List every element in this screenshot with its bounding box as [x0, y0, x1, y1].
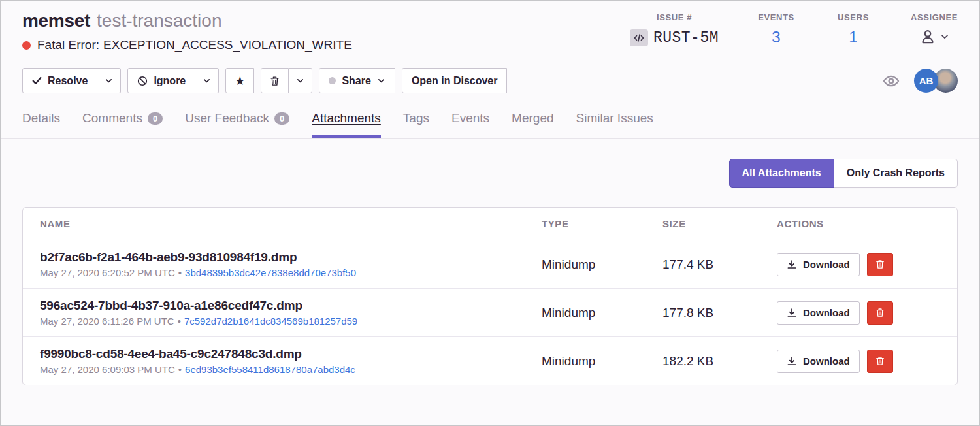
assignee-dropdown[interactable]	[919, 28, 949, 45]
delete-dropdown-button[interactable]	[289, 68, 312, 93]
event-id-link[interactable]: 6ed93b3ef558411d8618780a7abd3d4c	[185, 364, 355, 375]
attachment-file-name: 596ac524-7bbd-4b37-910a-a1e86cedf47c.dmp	[40, 299, 542, 313]
users-count[interactable]: 1	[834, 28, 873, 46]
ignore-button[interactable]: Ignore	[127, 68, 195, 93]
delete-attachment-button[interactable]	[867, 253, 893, 276]
ignore-label: Ignore	[154, 75, 186, 87]
resolve-label: Resolve	[48, 75, 88, 87]
trash-icon	[875, 308, 885, 318]
attachments-table: NAME TYPE SIZE ACTIONS b2f7ac6b-f2a1-464…	[22, 207, 958, 385]
share-button[interactable]: Share	[319, 68, 395, 93]
action-toolbar: Resolve Ignore	[22, 68, 958, 93]
attachment-file-name: b2f7ac6b-f2a1-464b-aeb9-93d810984f19.dmp	[40, 250, 542, 265]
attachments-filter-toggle: All Attachments Only Crash Reports	[729, 159, 958, 188]
star-icon: ★	[235, 75, 245, 87]
download-button[interactable]: Download	[777, 350, 860, 373]
issue-short-id-text: RUST-5M	[653, 29, 719, 46]
seen-by: AB	[883, 69, 958, 93]
tab-events[interactable]: Events	[451, 111, 489, 138]
share-dot	[329, 77, 336, 84]
delete-button-group	[261, 68, 312, 93]
ignore-button-group: Ignore	[127, 68, 219, 93]
page-title: memset	[22, 10, 90, 31]
assignee-label: ASSIGNEE	[911, 12, 958, 22]
table-row: f9990bc8-cd58-4ee4-ba45-c9c247848c3d.dmp…	[23, 336, 957, 385]
person-icon	[919, 28, 936, 45]
open-in-discover-button[interactable]: Open in Discover	[402, 68, 508, 93]
chevron-down-icon	[296, 76, 304, 85]
attachment-date: May 27, 2020 6:11:26 PM UTC	[40, 316, 174, 327]
delete-attachment-button[interactable]	[867, 301, 893, 325]
user-feedback-count-badge: 0	[274, 112, 289, 125]
tab-tags[interactable]: Tags	[403, 111, 429, 138]
issue-page: memsettest-transaction Fatal Error: EXCE…	[0, 0, 980, 426]
event-id-link[interactable]: 7c592d7d2b1641dc834569b181257d59	[184, 316, 357, 327]
chevron-down-icon	[203, 76, 211, 85]
resolve-dropdown-button[interactable]	[97, 68, 121, 93]
column-header-size: SIZE	[662, 218, 777, 229]
chevron-down-icon	[377, 76, 385, 85]
chevron-down-icon	[940, 32, 949, 41]
issue-number-label: ISSUE #	[657, 12, 692, 24]
tab-details[interactable]: Details	[22, 111, 60, 138]
table-row: b2f7ac6b-f2a1-464b-aeb9-93d810984f19.dmp…	[23, 240, 957, 288]
download-icon	[787, 308, 797, 318]
share-label: Share	[342, 75, 370, 87]
events-count[interactable]: 3	[757, 28, 796, 46]
check-icon	[32, 76, 42, 85]
download-icon	[787, 259, 797, 270]
stat-users: USERS 1	[834, 11, 873, 46]
tab-merged[interactable]: Merged	[512, 111, 553, 138]
events-label: EVENTS	[758, 12, 794, 22]
tab-user-feedback[interactable]: User Feedback0	[185, 111, 289, 138]
event-id-link[interactable]: 3bd48395b3dc42e7838e8dd70e73bf50	[185, 267, 356, 278]
bookmark-button-group: ★	[225, 68, 254, 93]
issue-stats: ISSUE # RUST-5M EVENTS 3 US	[630, 10, 958, 46]
filter-only-crash-reports-button[interactable]: Only Crash Reports	[834, 159, 958, 188]
avatar-initials: AB	[914, 69, 938, 93]
download-icon	[787, 356, 797, 367]
attachment-size: 177.8 KB	[662, 306, 777, 320]
tab-comments[interactable]: Comments0	[82, 111, 163, 138]
attachment-size: 182.2 KB	[662, 354, 777, 369]
attachment-date: May 27, 2020 6:09:03 PM UTC	[40, 364, 175, 375]
table-row: 596ac524-7bbd-4b37-910a-a1e86cedf47c.dmp…	[23, 288, 957, 336]
trash-icon	[875, 356, 885, 366]
transaction-name: test-transaction	[97, 10, 221, 31]
chevron-down-icon	[105, 76, 113, 85]
resolve-button-group: Resolve	[22, 68, 121, 93]
trash-icon	[270, 76, 280, 86]
discover-button-group: Open in Discover	[402, 68, 508, 93]
title-block: memsettest-transaction Fatal Error: EXCE…	[22, 10, 352, 52]
attachment-type: Minidump	[542, 354, 662, 369]
resolve-button[interactable]: Resolve	[22, 68, 97, 93]
error-level-dot	[22, 41, 31, 50]
table-header-row: NAME TYPE SIZE ACTIONS	[23, 208, 957, 240]
tab-attachments[interactable]: Attachments	[312, 111, 381, 138]
circle-slash-icon	[137, 76, 148, 86]
issue-tab-bar: Details Comments0 User Feedback0 Attachm…	[1, 111, 979, 139]
issue-header: memsettest-transaction Fatal Error: EXCE…	[1, 1, 979, 93]
error-message: EXCEPTION_ACCESS_VIOLATION_WRITE	[103, 38, 352, 52]
download-button[interactable]: Download	[777, 253, 860, 276]
trash-icon	[875, 259, 885, 269]
delete-attachment-button[interactable]	[867, 350, 893, 373]
share-button-group: Share	[319, 68, 395, 93]
download-button[interactable]: Download	[777, 301, 860, 325]
ignore-dropdown-button[interactable]	[195, 68, 219, 93]
attachments-panel: All Attachments Only Crash Reports NAME …	[1, 159, 979, 385]
comments-count-badge: 0	[148, 112, 163, 125]
eye-icon	[883, 73, 900, 90]
attachment-date: May 27, 2020 6:20:52 PM UTC	[40, 267, 175, 278]
star-button[interactable]: ★	[225, 68, 254, 93]
column-header-type: TYPE	[542, 218, 662, 229]
delete-button[interactable]	[261, 68, 289, 93]
attachment-size: 177.4 KB	[662, 257, 777, 272]
filter-all-attachments-button[interactable]: All Attachments	[729, 159, 834, 188]
attachment-type: Minidump	[542, 257, 662, 272]
issue-short-id[interactable]: RUST-5M	[630, 29, 719, 46]
code-icon	[630, 29, 648, 46]
users-label: USERS	[838, 12, 869, 22]
attachment-file-name: f9990bc8-cd58-4ee4-ba45-c9c247848c3d.dmp	[40, 347, 542, 361]
tab-similar-issues[interactable]: Similar Issues	[576, 111, 653, 138]
